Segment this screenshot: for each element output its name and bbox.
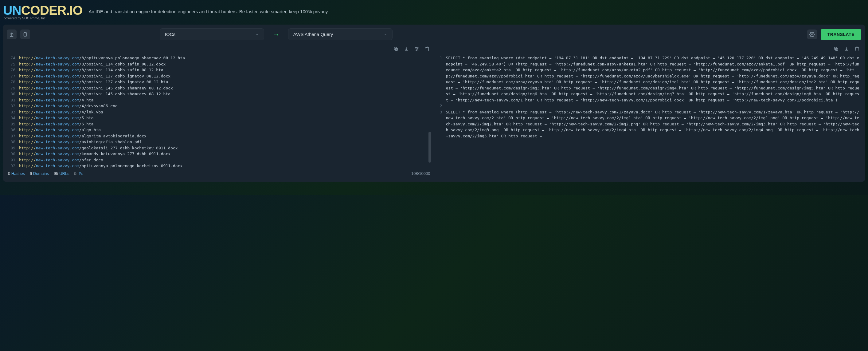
code-line: http://new-tech-savvy.com/geolokatsii_27…: [19, 145, 432, 151]
powered-by: powered by SOC Prime, Inc.: [4, 16, 82, 20]
download-icon: [844, 47, 849, 51]
arrow-right-icon: →: [273, 30, 280, 39]
header: UNCODER.IO powered by SOC Prime, Inc. An…: [0, 0, 868, 22]
svg-point-8: [415, 47, 416, 48]
copy-input-button[interactable]: [392, 45, 400, 53]
input-editor[interactable]: 7475767778798081828384858687888990919293…: [7, 55, 432, 169]
filter-input-button[interactable]: [412, 45, 421, 53]
input-pane: 7475767778798081828384858687888990919293…: [7, 43, 434, 178]
status-hashes: 0 Hashes: [8, 171, 25, 176]
logo-block: UNCODER.IO powered by SOC Prime, Inc.: [3, 3, 82, 20]
clear-output-button[interactable]: [852, 45, 861, 53]
copy-icon: [834, 47, 838, 51]
editor-panes: 7475767778798081828384858687888990919293…: [7, 43, 861, 178]
copy-icon: [394, 47, 398, 51]
code-line: http://new-tech-savvy.com/algo.hta: [19, 127, 432, 133]
code-line: http://new-tech-savvy.com/3/pozivni_145_…: [19, 85, 432, 91]
output-lines: 1SELECT * from eventlog where (dst_endpo…: [437, 55, 862, 139]
paste-button[interactable]: [20, 30, 30, 39]
scrollbar-thumb[interactable]: [429, 132, 431, 163]
svg-point-10: [416, 50, 417, 51]
source-format-select[interactable]: IOCs: [160, 28, 264, 40]
output-row: 2: [437, 103, 862, 109]
code-line: http://new-tech-savvy.com/3/pozivni_145_…: [19, 91, 432, 97]
upload-icon: [9, 32, 14, 37]
sliders-icon: [414, 47, 419, 51]
code-line: http://new-tech-savvy.com/4/lnk.vbs: [19, 109, 432, 115]
input-lines: http://new-tech-savvy.com/3/opituvannya_…: [19, 55, 432, 169]
copy-output-button[interactable]: [832, 45, 840, 53]
code-line: http://new-tech-savvy.com/ofer.docx: [19, 157, 432, 163]
toolbar: IOCs → AWS Athena Query TRANSLATE: [7, 28, 861, 40]
status-counter: 108/10000: [411, 171, 430, 176]
download-input-button[interactable]: [402, 45, 411, 53]
code-line: http://new-tech-savvy.com/6.hta: [19, 121, 432, 127]
status-domains: 6 Domains: [30, 171, 49, 176]
chevron-down-icon: [384, 33, 387, 36]
clear-input-button[interactable]: [423, 45, 432, 53]
code-line: http://new-tech-savvy.com/3/opituvannya_…: [19, 55, 432, 61]
code-line: http://new-tech-savvy.com/5.hta: [19, 115, 432, 121]
code-line: http://new-tech-savvy.com/4/drvsysx86.ex…: [19, 103, 432, 109]
code-line: http://new-tech-savvy.com/avtobiografia_…: [19, 139, 432, 145]
code-line: http://new-tech-savvy.com/komandy_kotuva…: [19, 151, 432, 157]
input-gutter: 7475767778798081828384858687888990919293…: [7, 55, 19, 169]
output-pane: 1SELECT * from eventlog where (dst_endpo…: [434, 43, 862, 178]
tagline: An IDE and translation engine for detect…: [89, 9, 329, 14]
code-line: http://new-tech-savvy.com/3/pozivni_127_…: [19, 73, 432, 79]
source-format-label: IOCs: [165, 32, 175, 37]
translate-button[interactable]: TRANSLATE: [821, 29, 861, 40]
logo: UNCODER.IO: [3, 3, 82, 18]
trash-icon: [425, 47, 430, 51]
download-icon: [404, 47, 409, 51]
gear-icon: [809, 32, 815, 37]
clipboard-icon: [23, 32, 28, 37]
output-actions: [437, 43, 862, 55]
code-line: http://new-tech-savvy.com/algoritm_avtob…: [19, 133, 432, 139]
svg-point-9: [417, 49, 418, 50]
code-line: http://new-tech-savvy.com/3/pozivni_114_…: [19, 61, 432, 67]
logo-coder: CODER: [21, 3, 66, 18]
output-row: 1SELECT * from eventlog where (dst_endpo…: [437, 55, 862, 103]
target-format-select[interactable]: AWS Athena Query: [288, 28, 393, 40]
svg-point-2: [811, 33, 813, 35]
status-bar: 0 Hashes 6 Domains 95 URLs 5 IPs 108/100…: [7, 169, 432, 176]
status-ips: 5 IPs: [74, 171, 84, 176]
trash-icon: [855, 47, 859, 51]
code-line: http://new-tech-savvy.com/opituvannya_po…: [19, 163, 432, 169]
input-actions: [7, 43, 432, 55]
code-line: http://new-tech-savvy.com/3/pozivni_114_…: [19, 67, 432, 73]
logo-io: .IO: [66, 3, 82, 18]
download-output-button[interactable]: [842, 45, 851, 53]
chevron-down-icon: [255, 33, 259, 36]
logo-un: UN: [3, 3, 21, 18]
output-row: 3SELECT * from eventlog where (http_requ…: [437, 109, 862, 139]
code-line: http://new-tech-savvy.com/3/pozivni_127_…: [19, 79, 432, 85]
status-urls: 95 URLs: [54, 171, 69, 176]
code-line: http://new-tech-savvy.com/4.hta: [19, 97, 432, 103]
settings-button[interactable]: [807, 30, 817, 39]
upload-button[interactable]: [7, 30, 17, 39]
target-format-label: AWS Athena Query: [293, 32, 333, 37]
output-editor[interactable]: 1SELECT * from eventlog where (dst_endpo…: [437, 55, 862, 178]
main-panel: IOCs → AWS Athena Query TRANSLATE: [3, 25, 865, 182]
